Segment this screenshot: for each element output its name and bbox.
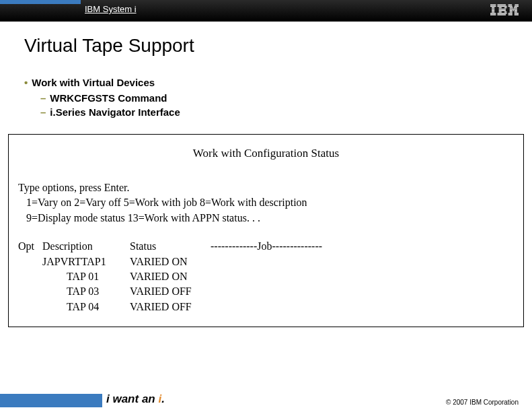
cell-opt <box>18 254 42 269</box>
svg-rect-9 <box>498 6 507 7</box>
tagline-prefix: i want an <box>106 392 158 405</box>
cell-opt <box>18 284 42 299</box>
cell-opt <box>18 269 42 284</box>
col-header-desc: Description <box>42 239 130 254</box>
svg-rect-2 <box>492 7 494 8</box>
sub-bullet-2-text: i.Series Navigator Interface <box>50 106 180 118</box>
table-row: TAP 01 VARIED ON <box>18 269 514 284</box>
footer: i want an i. © 2007 IBM Corporation <box>0 391 532 410</box>
config-status-panel: Work with Configuration Status Type opti… <box>8 134 524 327</box>
svg-rect-14 <box>499 11 502 12</box>
content-area: •Work with Virtual Devices –WRKCFGSTS Co… <box>24 77 508 118</box>
cell-status: VARIED OFF <box>130 284 211 299</box>
ibm-logo-icon <box>490 4 519 19</box>
col-header-status: Status <box>130 239 211 254</box>
sub-bullet-2: –i.Series Navigator Interface <box>40 106 508 118</box>
svg-rect-20 <box>508 6 512 7</box>
svg-rect-24 <box>510 9 517 9</box>
svg-rect-31 <box>515 13 519 13</box>
svg-rect-32 <box>508 14 512 15</box>
col-header-job: -------------Job-------------- <box>211 239 514 254</box>
col-header-opt: Opt <box>18 239 42 254</box>
svg-rect-11 <box>504 7 507 8</box>
svg-rect-19 <box>515 5 519 5</box>
sub-bullet-1-text: WRKCFGSTS Command <box>50 92 167 104</box>
svg-rect-17 <box>498 14 506 15</box>
cell-status: VARIED ON <box>130 254 211 269</box>
table-row: JAPVRTTAP1 VARIED ON <box>18 254 514 269</box>
header-bar: IBM System i <box>0 0 532 22</box>
table-row: TAP 04 VARIED OFF <box>18 300 514 314</box>
svg-rect-0 <box>490 5 496 5</box>
svg-rect-27 <box>515 10 517 11</box>
svg-rect-12 <box>499 9 506 9</box>
svg-rect-6 <box>490 13 496 13</box>
svg-rect-13 <box>499 10 506 11</box>
svg-rect-21 <box>515 6 519 7</box>
svg-rect-4 <box>492 10 494 11</box>
dash-icon: – <box>40 106 46 118</box>
bullet-main: •Work with Virtual Devices <box>24 77 508 88</box>
bullet-dot-icon: • <box>24 77 28 88</box>
cell-opt <box>18 300 42 314</box>
svg-rect-8 <box>498 5 506 5</box>
dash-icon: – <box>40 92 46 104</box>
svg-rect-28 <box>510 11 512 12</box>
cell-desc: JAPVRTTAP1 <box>42 254 130 269</box>
table-row: TAP 03 VARIED OFF <box>18 284 514 299</box>
svg-rect-26 <box>513 10 514 11</box>
svg-rect-16 <box>498 13 507 13</box>
footer-tagline: i want an i. <box>106 392 165 406</box>
svg-rect-25 <box>510 10 512 11</box>
copyright: © 2007 IBM Corporation <box>446 399 519 406</box>
svg-rect-10 <box>499 7 502 8</box>
sub-bullet-1: –WRKCFGSTS Command <box>40 92 508 104</box>
cell-status: VARIED OFF <box>130 300 211 314</box>
cell-desc: TAP 04 <box>42 300 130 314</box>
instruction-line-3: 9=Display mode status 13=Work with APPN … <box>18 211 514 226</box>
svg-rect-18 <box>508 5 512 5</box>
cell-desc: TAP 01 <box>42 269 130 284</box>
table-header-row: Opt Description Status -------------Job-… <box>18 239 514 254</box>
svg-rect-33 <box>515 14 519 15</box>
svg-rect-23 <box>514 7 517 8</box>
svg-rect-15 <box>504 11 507 12</box>
instruction-line-1: Type options, press Enter. <box>18 180 514 195</box>
svg-rect-1 <box>490 6 496 7</box>
svg-rect-5 <box>492 11 494 12</box>
cell-status: VARIED ON <box>130 269 211 284</box>
panel-heading: Work with Configuration Status <box>18 147 514 160</box>
svg-rect-29 <box>515 11 517 12</box>
footer-accent-bar <box>0 394 102 407</box>
instruction-line-2: 1=Vary on 2=Vary off 5=Work with job 8=W… <box>18 195 514 210</box>
svg-rect-22 <box>510 7 513 8</box>
bullet-main-text: Work with Virtual Devices <box>32 77 155 88</box>
svg-rect-7 <box>490 14 496 15</box>
status-table: Opt Description Status -------------Job-… <box>18 239 514 314</box>
product-line: IBM System i <box>85 4 137 14</box>
tagline-suffix: . <box>161 392 165 405</box>
panel-instructions: Type options, press Enter. 1=Vary on 2=V… <box>18 180 514 226</box>
ibm-logo-svg <box>490 4 519 16</box>
svg-rect-3 <box>492 9 494 9</box>
page-title: Virtual Tape Support <box>24 35 532 57</box>
svg-rect-30 <box>508 13 512 13</box>
cell-desc: TAP 03 <box>42 284 130 299</box>
